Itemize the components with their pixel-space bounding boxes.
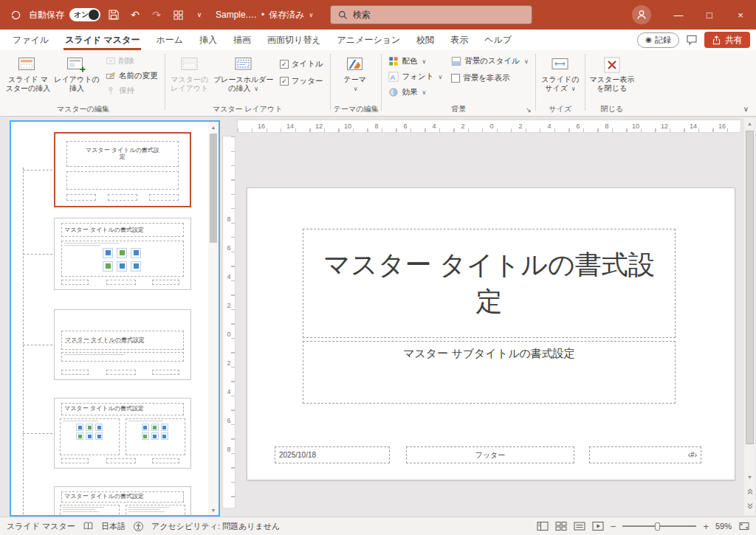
group-master-edit: スライド マスターの挿入 レイアウトの挿入 削除 名前の変更 [3,50,163,116]
rename-button[interactable]: 名前の変更 [106,71,158,81]
insert-layout-button[interactable]: レイアウトの挿入 [53,52,100,92]
insert-slide-master-button[interactable]: スライド マスターの挿入 [4,52,52,92]
close-master-view-button[interactable]: マスター表示を閉じる [588,52,636,92]
close-button[interactable]: × [725,0,756,30]
fit-to-window-button[interactable] [738,521,750,531]
thumbnail-slide-master[interactable]: マスター タイトルの書式設定 [54,132,191,207]
comments-button[interactable] [686,34,698,46]
slide-size-button[interactable]: スライドのサイズ ∨ [539,52,582,93]
scroll-down-icon[interactable]: ▼ [744,472,755,483]
document-title[interactable]: Sample.… • 保存済み ∨ [216,9,313,21]
qat-customize-chevron-icon[interactable]: ∨ [191,6,207,24]
video-icon [151,432,159,440]
thumbnail-layout-3[interactable]: マスター タイトルの書式設定 [54,398,191,469]
thumb-number-placeholder [152,370,179,376]
group-separator [381,54,382,111]
title-text: マスター タイトルの書式設定 [319,246,660,320]
thumbnail-layout-4[interactable]: マスター タイトルの書式設定 [54,486,191,517]
thumb-content-placeholder [61,241,184,277]
dropdown-caret-icon: ∨ [354,86,358,92]
undo-button[interactable]: ↶ [127,6,143,24]
insert-slide-master-icon [18,55,38,75]
scroll-up-icon[interactable]: ▲ [208,122,219,132]
slide-sorter-view-button[interactable] [555,521,567,531]
slide-editing-canvas[interactable]: マスター タイトルの書式設定 マスター サブタイトルの書式設定 2025/10/… [247,188,735,480]
scrollbar-thumb[interactable] [210,134,217,243]
insert-placeholder-button[interactable]: プレースホルダーの挿入 ∨ [213,52,275,93]
slideshow-view-button[interactable] [592,521,604,531]
tab-file[interactable]: ファイル [4,30,57,50]
thumb-footer-placeholder [106,458,136,464]
accessibility-status[interactable]: アクセシビリティ: 問題ありません [151,521,280,532]
zoom-percent-label[interactable]: 59% [715,522,732,531]
next-slide-button[interactable] [744,499,755,514]
reading-view-button[interactable] [574,521,585,531]
theme-button[interactable]: テーマ∨ [334,52,377,93]
ribbon: スライド マスターの挿入 レイアウトの挿入 削除 名前の変更 [0,50,756,117]
scroll-up-icon[interactable]: ▲ [744,118,755,129]
quick-access-icon[interactable] [170,6,186,24]
icon-placeholder-icon [161,432,168,440]
ruler-number: 6 [575,122,580,131]
account-avatar[interactable] [632,5,651,24]
redo-button[interactable]: ↷ [148,6,165,24]
normal-view-button[interactable] [537,521,549,531]
thumbnail-layout-1[interactable]: マスター タイトルの書式設定 [54,218,191,290]
footer-placeholder[interactable]: フッター [406,446,574,463]
colors-button[interactable]: 配色 ∨ [388,56,426,66]
ruler-number: 14 [286,122,295,131]
fonts-button[interactable]: A フォント ∨ [388,72,442,82]
collapse-ribbon-chevron-icon[interactable]: ∨ [743,105,749,113]
share-label: 共有 [725,34,743,46]
proofing-book-icon[interactable] [83,521,94,531]
scrollbar-thumb[interactable] [746,131,754,444]
search-placeholder: 検索 [353,9,371,21]
group-label-background: 背景 [385,103,532,116]
language-label[interactable]: 日本語 [101,521,126,532]
zoom-in-button[interactable]: + [703,521,709,532]
tab-slide-master[interactable]: スライド マスター [57,30,148,50]
tab-insert[interactable]: 挿入 [191,30,225,50]
tab-draw[interactable]: 描画 [225,30,259,50]
tab-review[interactable]: 校閲 [408,30,442,50]
ruler-number: 4 [546,122,551,131]
maximize-button[interactable]: □ [694,0,725,30]
zoom-slider-knob[interactable] [655,522,660,531]
view-name-label[interactable]: スライド マスター [7,521,75,532]
zoom-slider[interactable] [622,521,696,531]
previous-slide-button[interactable] [744,484,755,499]
thumbnail-layout-2[interactable]: マスター タイトルの書式設定 [54,309,191,380]
footer-text: フッター [475,450,506,460]
zoom-out-button[interactable]: − [611,521,616,532]
ruler-number: 10 [343,122,352,131]
tab-view[interactable]: 表示 [442,30,476,50]
title-checkbox[interactable]: ✓ タイトル [280,59,323,69]
tab-home[interactable]: ホーム [148,30,191,50]
minimize-button[interactable]: — [663,0,694,30]
picture-icon [142,432,149,440]
save-button[interactable] [106,6,122,24]
scroll-down-icon[interactable]: ▼ [208,505,219,515]
effects-button[interactable]: 効果 ∨ [388,87,426,97]
vertical-scrollbar[interactable]: ▲ ▼ [744,118,755,515]
date-placeholder[interactable]: 2025/10/18 [275,446,390,463]
search-box[interactable]: 検索 [330,5,532,24]
ruler-number: 8 [227,215,230,224]
background-styles-button[interactable]: 背景のスタイル ∨ [451,56,529,66]
ruler-number: 8 [374,122,379,131]
subtitle-placeholder[interactable]: マスター サブタイトルの書式設定 [303,341,676,404]
slide-number-placeholder[interactable]: ‹#› [589,446,701,463]
tab-transitions[interactable]: 画面切り替え [259,30,329,50]
tab-help[interactable]: ヘルプ [476,30,520,50]
tab-animations[interactable]: アニメーション [329,30,409,50]
background-dialog-launcher-icon[interactable]: ↘ [526,107,532,114]
record-button[interactable]: ◉ 記録 [637,32,679,48]
autosave-toggle[interactable]: オン [69,8,100,21]
title-placeholder[interactable]: マスター タイトルの書式設定 [303,229,676,338]
thumbnail-scrollbar[interactable]: ▲ ▼ [208,122,219,515]
layout-connector-stub [23,433,52,434]
footer-checkbox[interactable]: ✓ フッター [280,76,323,86]
share-button[interactable]: 共有 [704,32,750,48]
layout-connector-stub [23,345,52,345]
hide-background-checkbox[interactable]: 背景を非表示 [451,73,509,83]
